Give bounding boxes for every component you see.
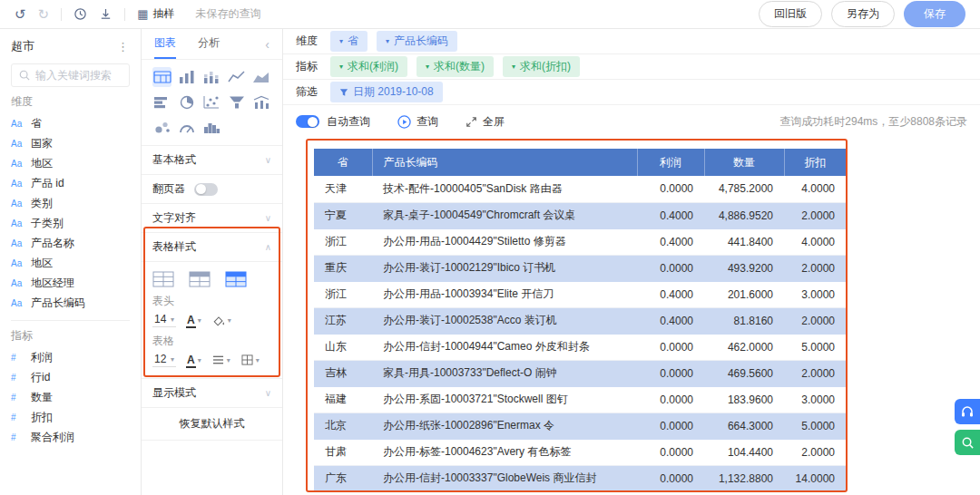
collapse-panel-icon[interactable]: ‹ (265, 29, 270, 59)
toolbar-divider (61, 8, 62, 21)
table-chart-icon[interactable] (152, 67, 172, 87)
dimension-pill[interactable]: ▾省 (330, 31, 368, 52)
metric-pill[interactable]: ▾求和(折扣) (503, 56, 580, 77)
table-header-cell[interactable]: 省 (314, 149, 372, 176)
pager-toggle[interactable] (194, 183, 218, 196)
table-header-cell[interactable]: 折扣 (784, 149, 846, 176)
bar-chart-icon[interactable] (152, 92, 172, 112)
metric-field-item[interactable]: #折扣 (11, 407, 130, 427)
reset-default-style-button[interactable]: 恢复默认样式 (142, 408, 282, 441)
histogram-chart-icon[interactable] (202, 118, 221, 138)
dimension-field-item[interactable]: Aa产品 id (11, 173, 130, 193)
header-font-size-select[interactable]: 14 ▾ (152, 313, 176, 327)
dimension-field-item[interactable]: Aa产品长编码 (11, 293, 130, 313)
dimension-field-item[interactable]: Aa类别 (11, 193, 130, 213)
metric-field-item[interactable]: #数量 (11, 387, 130, 407)
old-version-button[interactable]: 回旧版 (759, 1, 822, 27)
dimension-field-item[interactable]: Aa省 (11, 113, 130, 133)
auto-query-label: 自动查询 (327, 114, 370, 130)
table-cell: 4.0000 (784, 176, 846, 202)
field-label: 行id (31, 370, 50, 385)
line-chart-icon[interactable] (227, 67, 246, 87)
body-font-color-picker[interactable]: A ▾ (187, 354, 201, 365)
query-status-text: 查询成功耗时294ms，至少8808条记录 (779, 114, 967, 130)
redo-icon[interactable]: ↻ (38, 7, 50, 21)
dimension-field-item[interactable]: Aa产品名称 (11, 233, 130, 253)
font-color-icon: A (187, 354, 195, 365)
sampling-button[interactable]: ▦ 抽样 (137, 6, 174, 22)
pie-chart-icon[interactable] (177, 92, 196, 112)
filter-shelf: 筛选 日期 2019-10-08 (283, 80, 980, 105)
header-font-color-picker[interactable]: A ▾ (187, 315, 201, 325)
section-basic-format[interactable]: 基本格式 ∨ (142, 146, 282, 175)
table-header-cell[interactable]: 数量 (704, 149, 784, 176)
caret-down-icon: ▾ (228, 316, 231, 325)
section-label: 文字对齐 (152, 210, 196, 226)
row-style-picker[interactable]: ▾ (212, 354, 230, 365)
area-chart-icon[interactable] (252, 67, 271, 87)
table-style-header-line-icon[interactable] (189, 271, 211, 287)
body-style-label: 表格 (152, 333, 271, 349)
column-chart-icon[interactable] (177, 67, 196, 87)
font-size-value: 14 (154, 313, 166, 325)
metric-pill[interactable]: ▾求和(利润) (330, 56, 407, 77)
section-pager[interactable]: 翻页器 (142, 175, 282, 204)
gauge-chart-icon[interactable] (177, 118, 196, 138)
dimension-field-item[interactable]: Aa地区经理 (11, 273, 130, 293)
field-label: 利润 (31, 350, 53, 365)
caret-down-icon: ▾ (227, 356, 230, 364)
metric-pill[interactable]: ▾求和(数量) (416, 56, 494, 77)
scatter-chart-icon[interactable] (202, 92, 221, 112)
search-input[interactable] (35, 69, 122, 82)
section-table-style[interactable]: 表格样式 ∧ (142, 233, 282, 262)
dimension-field-item[interactable]: Aa子类别 (11, 213, 130, 233)
section-text-align[interactable]: 文字对齐 ∨ (142, 204, 282, 233)
pill-label: 求和(折扣) (520, 59, 571, 74)
undo-icon[interactable]: ↺ (15, 7, 26, 21)
combo-chart-icon[interactable] (252, 92, 271, 112)
more-options-icon[interactable]: ⋮ (117, 40, 130, 53)
table-cell: 天津 (314, 176, 372, 202)
dimension-field-item[interactable]: Aa地区 (11, 253, 130, 273)
dimension-field-item[interactable]: Aa地区 (11, 153, 130, 173)
section-display-mode[interactable]: 显示模式 ∨ (142, 379, 282, 408)
table-cell: 办公用-用品-10001… (372, 491, 637, 495)
table-cell: 0.4000 (637, 307, 704, 334)
filter-pill[interactable]: 日期 2019-10-08 (330, 82, 443, 102)
table-header-cell[interactable]: 产品长编码 (372, 149, 637, 176)
table-style-plain-icon[interactable] (152, 271, 174, 287)
table-style-filled-icon[interactable] (225, 271, 247, 287)
query-bar: 自动查询 查询 全屏 查询成功耗时294ms，至少8808条记录 (283, 105, 980, 138)
font-size-value: 12 (154, 353, 166, 365)
fullscreen-button[interactable]: 全屏 (466, 114, 505, 130)
table-cell: 0.4000 (637, 281, 704, 307)
auto-query-toggle[interactable] (296, 115, 319, 128)
dimension-field-item[interactable]: Aa国家 (11, 133, 130, 153)
bubble-chart-icon[interactable] (152, 118, 172, 138)
save-button[interactable]: 保存 (904, 1, 965, 27)
border-style-picker[interactable]: ▾ (241, 354, 260, 365)
query-button[interactable]: 查询 (397, 114, 438, 130)
save-as-button[interactable]: 另存为 (831, 1, 895, 27)
stacked-column-chart-icon[interactable] (202, 67, 221, 87)
dimension-pill[interactable]: ▾产品长编码 (377, 31, 457, 52)
metric-field-item[interactable]: #行id (11, 367, 130, 387)
body-font-size-select[interactable]: 12 ▾ (152, 353, 176, 367)
download-icon[interactable] (99, 7, 113, 21)
table-cell: 江苏 (314, 307, 372, 334)
field-label: 子类别 (31, 216, 64, 231)
history-icon[interactable] (74, 7, 87, 21)
table-cell: 469.5600 (704, 360, 784, 386)
table-header-cell[interactable]: 利润 (637, 149, 704, 176)
customer-service-button[interactable] (955, 399, 980, 424)
table-cell: 福建 (314, 386, 372, 412)
tab-chart[interactable]: 图表 (154, 29, 176, 59)
header-fill-color-picker[interactable]: ▾ (212, 315, 231, 326)
text-field-icon: Aa (11, 199, 25, 209)
metric-field-item[interactable]: #利润 (11, 347, 130, 367)
metric-field-item[interactable]: #聚合利润 (11, 427, 130, 447)
funnel-chart-icon[interactable] (227, 92, 246, 112)
search-assist-button[interactable] (955, 430, 980, 455)
tab-analysis[interactable]: 分析 (198, 29, 220, 59)
field-search-box[interactable] (11, 63, 130, 87)
